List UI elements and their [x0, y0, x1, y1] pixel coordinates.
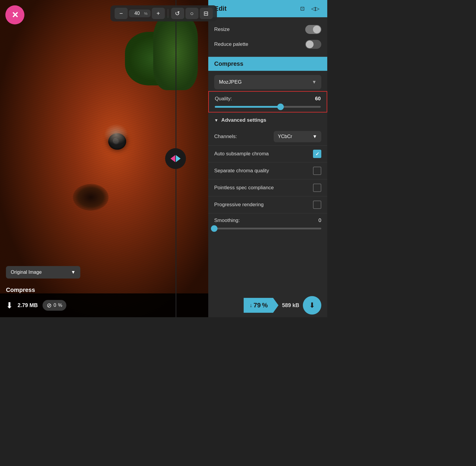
bottom-bar-left: ⬇ 2.79 MB ⊘ 0 % — [0, 293, 208, 317]
smoothing-row: Smoothing: 0 — [208, 213, 327, 234]
download-icon: ⬇ — [309, 301, 315, 309]
quality-section: Quality: 60 — [208, 91, 327, 112]
percent-symbol: % — [58, 303, 62, 308]
reduce-palette-toggle[interactable] — [305, 40, 321, 49]
close-icon: ✕ — [12, 10, 18, 20]
reduce-palette-row: Reduce palette — [214, 37, 321, 52]
compress-label-left: Compress — [6, 287, 35, 293]
compress-title: Compress — [214, 60, 243, 67]
edit-header-icons: ⊡ ◁▷ — [298, 5, 321, 12]
auto-subsample-checkbox[interactable] — [313, 150, 321, 158]
circle-icon: ○ — [190, 10, 194, 17]
compress-section-header: Compress — [208, 57, 327, 71]
percent-badge: ⊘ 0 % — [43, 300, 66, 311]
codec-value: MozJPEG — [219, 79, 242, 85]
original-file-size: 2.79 MB — [18, 302, 38, 309]
zoom-in-button[interactable]: + — [152, 8, 165, 19]
advanced-chevron-icon: ▼ — [214, 118, 218, 123]
zoom-display: 40 % — [129, 10, 151, 17]
auto-subsample-row: Auto subsample chroma — [208, 145, 327, 162]
reduction-arrow-icon: ↓ — [250, 302, 252, 309]
circle-button[interactable]: ○ — [185, 8, 198, 19]
resize-toggle-knob — [313, 26, 321, 33]
toolbar-separator — [168, 9, 168, 18]
resize-toggle[interactable] — [305, 25, 321, 34]
original-image-label: Original Image — [11, 270, 42, 275]
quality-label: Quality: — [215, 96, 232, 102]
quality-slider-thumb[interactable] — [277, 104, 284, 110]
split-arrows — [170, 155, 181, 162]
channels-dropdown-arrow: ▼ — [312, 134, 317, 139]
minus-icon: − — [119, 10, 123, 17]
channels-row: Channels: YCbCr ▼ — [208, 128, 327, 145]
rotate-button[interactable]: ↺ — [171, 8, 184, 19]
close-button[interactable]: ✕ — [5, 5, 24, 24]
percent-icon: ⊘ — [47, 302, 52, 309]
resize-row: Resize — [214, 22, 321, 37]
smoothing-value: 0 — [319, 218, 321, 223]
pointless-spec-label: Pointless spec compliance — [214, 185, 274, 191]
resize-label: Resize — [214, 26, 230, 32]
reduction-unit: % — [262, 301, 268, 309]
zoom-unit: % — [144, 11, 148, 16]
smoothing-slider-thumb[interactable] — [211, 225, 217, 232]
quality-slider[interactable] — [215, 106, 321, 108]
pointless-spec-row: Pointless spec compliance — [208, 179, 327, 196]
quality-slider-fill — [215, 106, 284, 108]
reduction-badge: ↓ 79 % — [244, 298, 278, 313]
original-dropdown-arrow: ▼ — [71, 270, 76, 275]
smoothing-slider[interactable] — [214, 228, 321, 229]
reduce-palette-knob — [306, 40, 314, 48]
quality-value: 60 — [315, 96, 321, 102]
plus-icon: + — [156, 10, 160, 17]
progressive-rendering-checkbox[interactable] — [313, 201, 321, 209]
pointless-spec-checkbox[interactable] — [313, 184, 321, 192]
rotate-icon: ↺ — [175, 10, 180, 17]
terminal-icon: ⊡ — [300, 6, 305, 12]
quality-row: Quality: 60 — [215, 96, 321, 102]
resize-section: Resize Reduce palette — [208, 17, 327, 57]
zoom-value: 40 — [132, 11, 142, 16]
progressive-rendering-row: Progressive rendering — [208, 196, 327, 213]
original-image-dropdown[interactable]: Original Image ▼ — [6, 266, 80, 279]
reduction-value: 79 — [253, 301, 261, 309]
arrows-button[interactable]: ◁▷ — [309, 5, 321, 12]
download-button[interactable]: ⬇ — [303, 296, 321, 315]
zoom-out-button[interactable]: − — [115, 8, 128, 19]
channels-value: YCbCr — [278, 134, 292, 139]
reduce-palette-label: Reduce palette — [214, 41, 248, 47]
edit-header: Edit ⊡ ◁▷ — [208, 0, 327, 17]
advanced-settings-header[interactable]: ▼ Advanced settings — [208, 112, 327, 128]
arrows-icon: ◁▷ — [311, 6, 320, 12]
smoothing-label: Smoothing: — [214, 218, 240, 223]
layout-button[interactable]: ⊟ — [200, 8, 213, 19]
bottom-bar-right: ↓ 79 % 589 kB ⬇ — [208, 293, 327, 317]
codec-dropdown-arrow: ▼ — [312, 79, 317, 85]
terminal-button[interactable]: ⊡ — [298, 5, 306, 12]
channels-dropdown[interactable]: YCbCr ▼ — [274, 131, 321, 142]
arrow-left-icon — [170, 155, 175, 162]
advanced-settings-title: Advanced settings — [221, 117, 266, 123]
layout-icon: ⊟ — [203, 10, 209, 17]
codec-container: MozJPEG ▼ — [208, 71, 327, 91]
separate-chroma-row: Separate chroma quality — [208, 162, 327, 179]
compressed-size: 589 kB — [282, 302, 299, 309]
smoothing-header: Smoothing: 0 — [214, 218, 321, 223]
separate-chroma-checkbox[interactable] — [313, 167, 321, 175]
codec-dropdown[interactable]: MozJPEG ▼ — [214, 75, 321, 89]
arrow-right-icon — [176, 155, 181, 162]
download-icon-left[interactable]: ⬇ — [6, 301, 13, 310]
split-toggle-button[interactable] — [165, 148, 186, 169]
progressive-rendering-label: Progressive rendering — [214, 202, 264, 208]
right-panel: Edit ⊡ ◁▷ Resize Reduce palette Compress — [208, 0, 327, 317]
channels-label: Channels: — [214, 134, 237, 140]
zoom-toolbar: − 40 % + ↺ ○ ⊟ — [110, 5, 217, 21]
percent-value: 0 — [54, 303, 56, 308]
auto-subsample-label: Auto subsample chroma — [214, 151, 269, 157]
separate-chroma-label: Separate chroma quality — [214, 168, 269, 174]
